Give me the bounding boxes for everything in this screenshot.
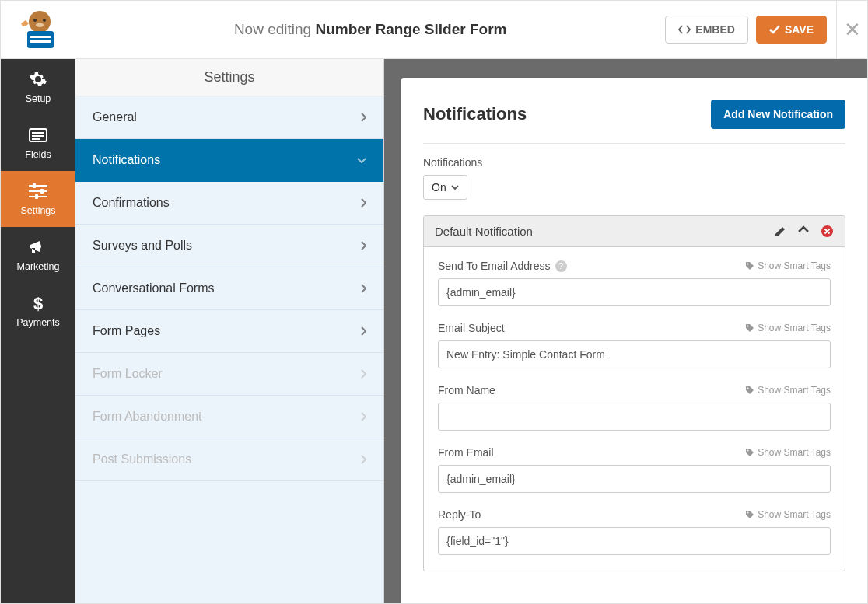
- tag-icon: [745, 448, 754, 457]
- logo-image: [16, 8, 60, 51]
- chevron-up-icon[interactable]: [798, 225, 810, 238]
- rail-fields[interactable]: Fields: [1, 115, 75, 171]
- send-to-input[interactable]: [438, 278, 831, 306]
- menu-item-form-locker[interactable]: Form Locker: [75, 353, 383, 396]
- row-from-email: From Email Show Smart Tags: [438, 446, 831, 493]
- tag-icon: [745, 510, 754, 519]
- save-button[interactable]: SAVE: [756, 16, 827, 44]
- smart-tags-link[interactable]: Show Smart Tags: [745, 260, 831, 271]
- menu-item-form-abandonment[interactable]: Form Abandonment: [75, 396, 383, 438]
- tag-icon: [745, 386, 754, 395]
- menu-label: Post Submissions: [93, 452, 191, 466]
- code-icon: [678, 24, 691, 35]
- chevron-down-icon: [451, 185, 459, 190]
- close-button[interactable]: ✕: [836, 1, 867, 59]
- panel-title: Notifications: [423, 104, 527, 124]
- card-header: Default Notification: [424, 216, 845, 247]
- svg-rect-16: [35, 194, 38, 199]
- chevron-right-icon: [361, 241, 366, 250]
- from-name-label: From Name: [438, 384, 495, 396]
- form-name: Number Range Slider Form: [315, 21, 506, 37]
- menu-label: Confirmations: [93, 196, 170, 210]
- smart-tags-link[interactable]: Show Smart Tags: [745, 323, 831, 333]
- menu-label: General: [93, 110, 137, 124]
- settings-sidebar: Settings GeneralNotificationsConfirmatio…: [75, 59, 384, 603]
- from-email-label: From Email: [438, 446, 494, 459]
- sliders-icon: [29, 182, 47, 201]
- smart-tags-link[interactable]: Show Smart Tags: [745, 447, 831, 458]
- gear-icon: [29, 70, 47, 89]
- delete-icon[interactable]: [821, 225, 834, 238]
- row-subject: Email Subject Show Smart Tags: [438, 322, 831, 368]
- svg-point-2: [43, 19, 46, 22]
- dollar-icon: $: [29, 294, 47, 312]
- header-actions: EMBED SAVE: [665, 16, 836, 44]
- svg-rect-11: [29, 185, 47, 187]
- editing-title: Now editing Number Range Slider Form: [75, 21, 665, 38]
- left-rail: Setup Fields Settings Marketing $ Paymen…: [1, 59, 75, 603]
- row-reply-to: Reply-To Show Smart Tags: [438, 508, 831, 555]
- svg-point-1: [33, 19, 37, 22]
- card-actions: [775, 225, 834, 238]
- menu-item-form-pages[interactable]: Form Pages: [75, 310, 383, 353]
- menu-item-post-submissions[interactable]: Post Submissions: [75, 438, 383, 481]
- reply-to-label: Reply-To: [438, 508, 481, 521]
- embed-button[interactable]: EMBED: [665, 16, 748, 44]
- menu-item-confirmations[interactable]: Confirmations: [75, 182, 383, 225]
- notification-card: Default Notification Send To Email Addre…: [423, 215, 845, 571]
- menu-label: Form Pages: [93, 324, 160, 338]
- menu-item-notifications[interactable]: Notifications: [75, 139, 383, 182]
- toggle-value: On: [432, 181, 446, 194]
- svg-rect-4: [27, 31, 54, 48]
- svg-point-3: [36, 23, 44, 27]
- chevron-right-icon: [361, 198, 366, 208]
- menu-item-general[interactable]: General: [75, 96, 383, 139]
- app-logo: [1, 8, 75, 51]
- menu-label: Notifications: [93, 153, 160, 167]
- svg-rect-9: [32, 135, 44, 137]
- send-to-label: Send To Email Address ?: [438, 260, 567, 272]
- smart-tags-link[interactable]: Show Smart Tags: [745, 385, 831, 396]
- reply-to-input[interactable]: [438, 527, 831, 555]
- chevron-right-icon: [361, 284, 366, 293]
- from-email-input[interactable]: [438, 465, 831, 493]
- row-from-name: From Name Show Smart Tags: [438, 384, 831, 431]
- editing-prefix: Now editing: [234, 21, 316, 37]
- app-header: Now editing Number Range Slider Form EMB…: [1, 1, 867, 59]
- from-name-input[interactable]: [438, 403, 831, 431]
- help-icon[interactable]: ?: [555, 260, 567, 272]
- subject-label: Email Subject: [438, 322, 505, 334]
- add-notification-button[interactable]: Add New Notification: [711, 100, 845, 129]
- svg-point-19: [747, 264, 749, 265]
- subject-input[interactable]: [438, 340, 831, 368]
- menu-item-surveys-and-polls[interactable]: Surveys and Polls: [75, 225, 383, 267]
- svg-rect-5: [30, 36, 51, 38]
- svg-rect-6: [30, 40, 51, 43]
- chevron-right-icon: [361, 412, 366, 421]
- smart-tags-link[interactable]: Show Smart Tags: [745, 509, 831, 520]
- notifications-panel: Notifications Add New Notification Notif…: [401, 78, 867, 603]
- menu-item-conversational-forms[interactable]: Conversational Forms: [75, 267, 383, 310]
- notifications-toggle-label: Notifications: [423, 156, 845, 169]
- chevron-down-icon: [357, 158, 366, 163]
- edit-icon[interactable]: [775, 225, 787, 238]
- row-send-to: Send To Email Address ? Show Smart Tags: [438, 260, 831, 306]
- panel-header: Notifications Add New Notification: [423, 100, 845, 144]
- check-icon: [769, 25, 780, 34]
- notifications-toggle-select[interactable]: On: [423, 175, 467, 200]
- tag-icon: [745, 323, 754, 333]
- chevron-right-icon: [361, 369, 366, 379]
- rail-settings[interactable]: Settings: [1, 171, 75, 227]
- rail-setup[interactable]: Setup: [1, 59, 75, 115]
- rail-marketing[interactable]: Marketing: [1, 227, 75, 283]
- content-area: Notifications Add New Notification Notif…: [384, 59, 867, 603]
- svg-point-20: [747, 326, 749, 327]
- svg-rect-8: [32, 132, 44, 134]
- settings-heading: Settings: [75, 59, 383, 96]
- svg-rect-15: [40, 189, 44, 194]
- svg-point-22: [747, 450, 749, 452]
- chevron-right-icon: [361, 455, 366, 464]
- rail-payments[interactable]: $ Payments: [1, 283, 75, 339]
- svg-rect-10: [32, 138, 40, 140]
- svg-rect-14: [33, 183, 36, 188]
